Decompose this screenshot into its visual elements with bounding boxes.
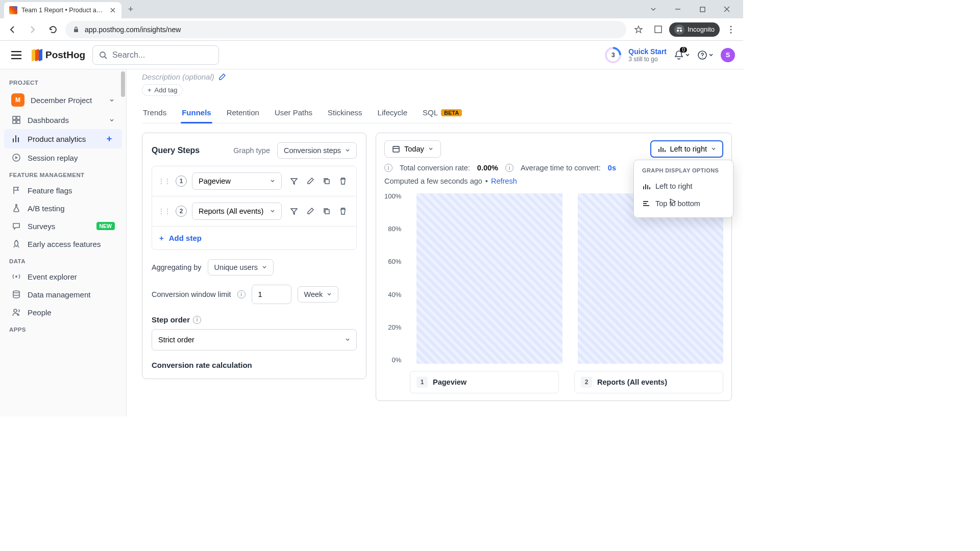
- maximize-icon[interactable]: [692, 2, 713, 16]
- sidebar-item-feature-flags[interactable]: Feature flags: [4, 182, 122, 199]
- chevron-down-icon: [345, 337, 350, 342]
- svg-rect-18: [325, 180, 329, 184]
- legend-item[interactable]: 1 Pageview: [410, 371, 559, 393]
- sidebar-item-data-management[interactable]: Data management: [4, 286, 122, 303]
- chevron-down-icon: [345, 148, 350, 153]
- info-icon[interactable]: i: [193, 316, 201, 324]
- sidebar-item-people[interactable]: People: [4, 304, 122, 321]
- quick-start-sub: 3 still to go: [628, 56, 667, 63]
- bookmark-icon[interactable]: [630, 21, 647, 38]
- plus-icon: +: [159, 234, 164, 242]
- event-select[interactable]: Reports (All events): [192, 203, 282, 220]
- brand-logo[interactable]: PostHog: [32, 49, 85, 61]
- incognito-label: Incognito: [688, 26, 715, 33]
- drag-handle-icon[interactable]: ⋮⋮: [158, 208, 170, 215]
- avg-time-label: Average time to convert:: [521, 164, 601, 172]
- sidebar-item-dashboards[interactable]: Dashboards: [4, 111, 122, 129]
- filter-icon[interactable]: [287, 174, 301, 188]
- copy-icon[interactable]: [320, 204, 334, 218]
- extensions-icon[interactable]: [650, 21, 666, 38]
- chevron-down-icon[interactable]: [643, 2, 664, 16]
- refresh-link[interactable]: Refresh: [491, 177, 517, 185]
- dropdown-option-ltr[interactable]: Left to right: [637, 178, 730, 195]
- pencil-icon[interactable]: [218, 73, 226, 81]
- tab-funnels[interactable]: Funnels: [181, 103, 212, 123]
- chevron-down-icon: [428, 146, 433, 152]
- bar-chart-icon: [11, 134, 21, 143]
- tab-bar: Team 1 Report • Product analytics +: [0, 0, 743, 18]
- conv-window-input[interactable]: [252, 285, 291, 304]
- funnel-bar[interactable]: [416, 193, 562, 364]
- add-tag-button[interactable]: + Add tag: [142, 84, 183, 96]
- url-input[interactable]: app.posthog.com/insights/new: [65, 21, 626, 38]
- sidebar-item-event-explorer[interactable]: Event explorer: [4, 268, 122, 285]
- step-number: 1: [176, 176, 187, 187]
- step-row: ⋮⋮ 1 Pageview: [152, 166, 356, 196]
- info-icon[interactable]: i: [237, 290, 246, 298]
- legend-item[interactable]: 2 Reports (All events): [574, 371, 723, 393]
- quick-start-link[interactable]: Quick Start 3 still to go: [628, 47, 667, 63]
- svg-rect-19: [325, 210, 329, 214]
- dropdown-option-ttb[interactable]: Top to bottom: [637, 195, 730, 212]
- forward-button[interactable]: [24, 21, 41, 38]
- edit-icon[interactable]: [303, 174, 317, 188]
- tab-retention[interactable]: Retention: [226, 103, 260, 123]
- sidebar-item-product-analytics[interactable]: Product analytics +: [4, 129, 122, 148]
- drag-handle-icon[interactable]: ⋮⋮: [158, 178, 170, 185]
- delete-icon[interactable]: [336, 204, 350, 218]
- sidebar-item-surveys[interactable]: Surveys NEW: [4, 217, 122, 235]
- browser-chrome: Team 1 Report • Product analytics + app.…: [0, 0, 743, 41]
- back-button[interactable]: [4, 21, 20, 38]
- add-insight-button[interactable]: +: [104, 133, 115, 144]
- progress-donut[interactable]: 3: [602, 43, 625, 66]
- browser-menu-icon[interactable]: [723, 21, 739, 38]
- chevron-down-icon: [685, 53, 690, 58]
- minimize-icon[interactable]: [668, 2, 688, 16]
- close-window-icon[interactable]: [717, 2, 737, 16]
- sidebar-item-ab-testing[interactable]: A/B testing: [4, 199, 122, 217]
- quick-start-title: Quick Start: [628, 47, 667, 56]
- tab-sql[interactable]: SQLBETA: [422, 103, 463, 123]
- project-avatar: M: [11, 93, 24, 107]
- step-order-label: Step order: [152, 315, 190, 324]
- graph-type-select[interactable]: Conversion steps: [277, 142, 357, 159]
- new-tab-button[interactable]: +: [124, 2, 138, 16]
- close-tab-icon[interactable]: [109, 7, 116, 14]
- total-conv-value: 0.00%: [477, 164, 498, 172]
- user-avatar[interactable]: S: [721, 48, 735, 62]
- add-step-button[interactable]: + Add step: [152, 227, 356, 249]
- info-icon[interactable]: i: [505, 164, 513, 172]
- aggregating-select[interactable]: Unique users: [208, 259, 274, 276]
- svg-point-7: [730, 32, 731, 33]
- date-range-select[interactable]: Today: [384, 140, 441, 158]
- project-selector[interactable]: M December Project: [4, 89, 122, 111]
- main-content: Description (optional) + Add tag Trends …: [127, 69, 743, 416]
- svg-rect-13: [17, 120, 20, 123]
- browser-tab[interactable]: Team 1 Report • Product analytics: [4, 2, 121, 18]
- info-icon[interactable]: i: [384, 164, 393, 172]
- svg-rect-10: [13, 116, 16, 119]
- tab-lifecycle[interactable]: Lifecycle: [377, 103, 408, 123]
- help-button[interactable]: [697, 50, 714, 60]
- layout-select[interactable]: Left to right: [650, 140, 723, 158]
- reload-button[interactable]: [45, 21, 61, 38]
- conv-window-unit-select[interactable]: Week: [298, 286, 339, 303]
- incognito-indicator[interactable]: Incognito: [669, 22, 720, 37]
- event-select[interactable]: Pageview: [192, 172, 282, 190]
- aggregating-label: Aggregating by: [152, 263, 202, 271]
- funnel-bar[interactable]: [578, 193, 723, 364]
- sidebar-item-session-replay[interactable]: Session replay: [4, 149, 122, 166]
- search-input[interactable]: Search...: [92, 45, 219, 65]
- notifications-button[interactable]: 0: [674, 50, 690, 60]
- menu-toggle[interactable]: [8, 47, 24, 63]
- step-order-select[interactable]: Strict order: [152, 329, 357, 350]
- filter-icon[interactable]: [287, 204, 301, 218]
- delete-icon[interactable]: [336, 174, 350, 188]
- tab-trends[interactable]: Trends: [142, 103, 167, 123]
- tab-stickiness[interactable]: Stickiness: [327, 103, 363, 123]
- description-field[interactable]: Description (optional): [142, 71, 732, 81]
- copy-icon[interactable]: [320, 174, 334, 188]
- edit-icon[interactable]: [303, 204, 317, 218]
- tab-user-paths[interactable]: User Paths: [274, 103, 313, 123]
- sidebar-item-early-access[interactable]: Early access features: [4, 235, 122, 253]
